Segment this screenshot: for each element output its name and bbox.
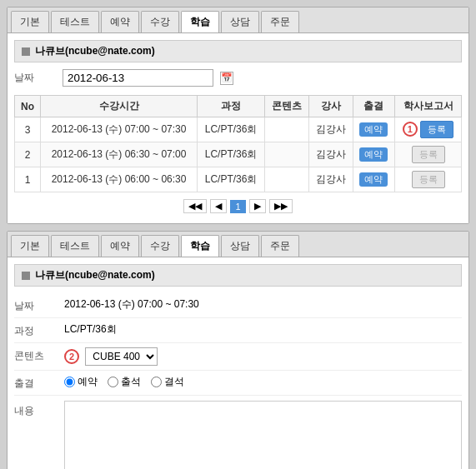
status-badge: 예약 [359, 122, 388, 137]
content-textarea[interactable] [64, 401, 462, 469]
tab-top-예약[interactable]: 예약 [101, 11, 139, 32]
section-title-bottom: 나큐브(ncube@nate.com) [35, 268, 155, 282]
section-header-bottom: 나큐브(ncube@nate.com) [14, 264, 462, 287]
section-icon-top [22, 47, 30, 56]
page-current-btn[interactable]: 1 [230, 200, 245, 213]
page-last-btn[interactable]: ▶▶ [269, 199, 293, 213]
bottom-panel-body: 나큐브(ncube@nate.com) 날짜 2012-06-13 (수) 07… [8, 257, 468, 469]
status-badge: 예약 [359, 172, 388, 187]
cell-course: LC/PT/36회 [197, 142, 264, 167]
col-teacher: 강사 [308, 96, 353, 117]
date-input[interactable] [63, 69, 213, 87]
register-btn-disabled[interactable]: 등록 [412, 171, 445, 188]
tab-top-학습[interactable]: 학습 [181, 11, 219, 32]
form-row-course: 과정 LC/PT/36회 [14, 318, 462, 343]
form-label-date: 날짜 [14, 297, 64, 313]
tab-bot-기본[interactable]: 기본 [11, 235, 49, 257]
tab-bar-bottom: 기본 테스트 예약 수강 학습 상담 주문 [8, 232, 468, 257]
top-panel-body: 나큐브(ncube@nate.com) 날짜 📅 No 수강시간 과정 콘텐츠 … [8, 33, 468, 223]
table-row: 3 2012-06-13 (수) 07:00 ~ 07:30 LC/PT/36회… [15, 117, 462, 142]
content-area-wrapper [64, 401, 462, 469]
section-title-top: 나큐브(ncube@nate.com) [35, 44, 155, 58]
form-row-status: 출결 예약 출석 결석 [14, 371, 462, 396]
cell-no: 1 [15, 167, 41, 192]
cell-teacher: 김강사 [308, 117, 353, 142]
table-row: 1 2012-06-13 (수) 06:00 ~ 06:30 LC/PT/36회… [15, 167, 462, 192]
col-status: 출결 [353, 96, 395, 117]
cell-course: LC/PT/36회 [197, 167, 264, 192]
table-row: 2 2012-06-13 (수) 06:30 ~ 07:00 LC/PT/36회… [15, 142, 462, 167]
radio-예약[interactable]: 예약 [64, 375, 98, 389]
attendance-table: No 수강시간 과정 콘텐츠 강사 출결 학사보고서 3 2012-06-13 … [14, 95, 462, 192]
pagination: ◀◀ ◀ 1 ▶ ▶▶ [14, 192, 462, 217]
cell-time: 2012-06-13 (수) 06:00 ~ 06:30 [41, 167, 198, 192]
tab-bar-top: 기본 테스트 예약 수강 학습 상담 주문 [8, 7, 468, 33]
tab-top-주문[interactable]: 주문 [261, 11, 299, 32]
page-first-btn[interactable]: ◀◀ [183, 199, 207, 213]
form-label-content-area: 내용 [14, 401, 64, 418]
page-prev-btn[interactable]: ◀ [210, 199, 227, 213]
cell-no: 3 [15, 117, 41, 142]
form-row-date: 날짜 2012-06-13 (수) 07:00 ~ 07:30 [14, 293, 462, 318]
content-select[interactable]: CUBE 400 CUBE 300 CUBE 200 CUBE 100 [85, 347, 158, 366]
cell-content [265, 117, 309, 142]
circle-1: 1 [403, 122, 418, 137]
cell-status: 예약 [353, 117, 395, 142]
cell-content [265, 167, 309, 192]
tab-top-수강[interactable]: 수강 [141, 11, 179, 32]
form-label-content: 콘텐츠 [14, 347, 64, 363]
status-radio-group: 예약 출석 결석 [64, 375, 462, 389]
tab-bot-테스트[interactable]: 테스트 [51, 235, 99, 257]
tab-top-상담[interactable]: 상담 [221, 11, 259, 32]
cell-course: LC/PT/36회 [197, 117, 264, 142]
tab-bot-수강[interactable]: 수강 [141, 235, 179, 257]
cell-teacher: 김강사 [308, 167, 353, 192]
cell-status: 예약 [353, 142, 395, 167]
cell-report: 등록 [395, 167, 462, 192]
tab-bot-학습[interactable]: 학습 [181, 235, 219, 257]
radio-출석-input[interactable] [108, 377, 118, 387]
date-label: 날짜 [14, 71, 56, 85]
col-time: 수강시간 [41, 96, 198, 117]
col-content: 콘텐츠 [265, 96, 309, 117]
bottom-panel: 기본 테스트 예약 수강 학습 상담 주문 나큐브(ncube@nate.com… [7, 231, 469, 469]
col-course: 과정 [197, 96, 264, 117]
form-row-content: 콘텐츠 2 CUBE 400 CUBE 300 CUBE 200 CUBE 10… [14, 343, 462, 371]
cell-time: 2012-06-13 (수) 07:00 ~ 07:30 [41, 117, 198, 142]
tab-bot-예약[interactable]: 예약 [101, 235, 139, 257]
form-row-content-area: 내용 [14, 396, 462, 469]
radio-예약-input[interactable] [64, 377, 75, 387]
page-next-btn[interactable]: ▶ [249, 199, 266, 213]
col-no: No [15, 96, 41, 117]
form-value-date: 2012-06-13 (수) 07:00 ~ 07:30 [64, 297, 462, 312]
cell-report: 1 등록 [395, 117, 462, 142]
tab-top-테스트[interactable]: 테스트 [51, 11, 99, 32]
form-label-status: 출결 [14, 375, 64, 391]
register-btn-active[interactable]: 등록 [420, 121, 453, 138]
tab-bot-상담[interactable]: 상담 [221, 235, 259, 257]
cell-teacher: 김강사 [308, 142, 353, 167]
col-report: 학사보고서 [395, 96, 462, 117]
circle-2: 2 [64, 349, 79, 364]
register-btn-disabled[interactable]: 등록 [412, 146, 445, 163]
calendar-icon[interactable]: 📅 [220, 72, 233, 85]
radio-결석-input[interactable] [151, 377, 162, 387]
form-label-course: 과정 [14, 322, 64, 338]
tab-bot-주문[interactable]: 주문 [261, 235, 299, 257]
cell-status: 예약 [353, 167, 395, 192]
section-header-top: 나큐브(ncube@nate.com) [14, 40, 462, 62]
date-row: 날짜 📅 [14, 69, 462, 87]
cell-no: 2 [15, 142, 41, 167]
section-icon-bottom [22, 272, 30, 280]
radio-출석[interactable]: 출석 [108, 375, 141, 389]
form-value-content: 2 CUBE 400 CUBE 300 CUBE 200 CUBE 100 [64, 347, 462, 366]
form-value-course: LC/PT/36회 [64, 322, 462, 337]
top-panel: 기본 테스트 예약 수강 학습 상담 주문 나큐브(ncube@nate.com… [7, 7, 469, 224]
cell-content [265, 142, 309, 167]
cell-time: 2012-06-13 (수) 06:30 ~ 07:00 [41, 142, 198, 167]
tab-top-기본[interactable]: 기본 [11, 11, 49, 32]
cell-report: 등록 [395, 142, 462, 167]
radio-결석[interactable]: 결석 [151, 375, 184, 389]
status-badge: 예약 [359, 147, 388, 162]
